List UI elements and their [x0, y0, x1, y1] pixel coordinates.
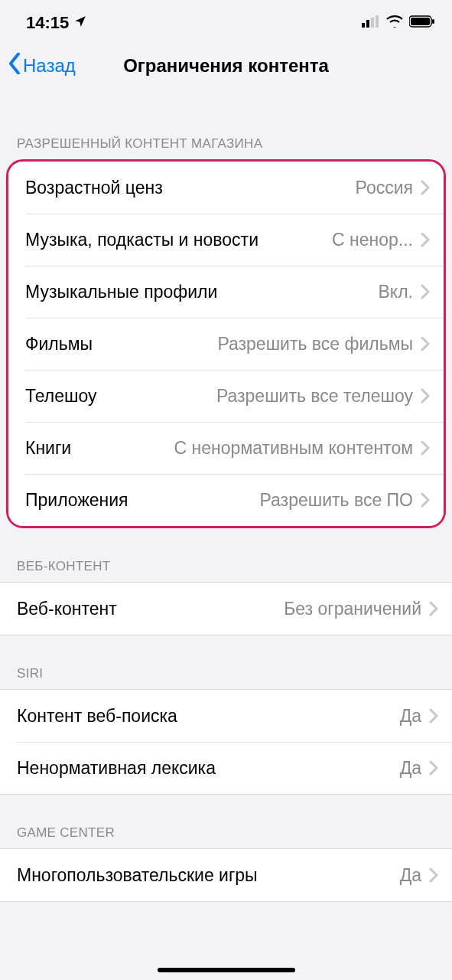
chevron-right-icon: [421, 284, 430, 299]
row-value: Россия: [172, 178, 413, 198]
row-value: Разрешить все фильмы: [102, 334, 413, 354]
row-label: Контент веб-поиска: [17, 706, 177, 727]
row-value: Да: [187, 706, 421, 727]
row-tv-shows[interactable]: Телешоу Разрешить все телешоу: [8, 370, 444, 422]
back-button[interactable]: Назад: [8, 53, 76, 79]
svg-rect-2: [371, 18, 374, 28]
chevron-right-icon: [421, 336, 430, 351]
row-label: Музыкальные профили: [25, 282, 217, 302]
row-value: Да: [267, 865, 421, 886]
section-header-web: ВЕБ-КОНТЕНТ: [0, 528, 452, 582]
chevron-right-icon: [429, 601, 438, 616]
chevron-right-icon: [421, 388, 430, 403]
row-label: Веб-контент: [17, 599, 117, 619]
row-label: Телешоу: [25, 386, 96, 407]
status-time: 14:15: [26, 13, 69, 33]
row-value: С ненор...: [268, 230, 413, 250]
row-age-rating[interactable]: Возрастной ценз Россия: [8, 162, 444, 214]
row-value: С ненормативным контентом: [80, 438, 413, 459]
section-header-siri: SIRI: [0, 635, 452, 689]
row-label: Приложения: [25, 490, 128, 511]
home-indicator[interactable]: [158, 968, 295, 972]
section-header-gamecenter: GAME CENTER: [0, 795, 452, 848]
row-explicit-language[interactable]: Ненормативная лексика Да: [0, 742, 452, 794]
chevron-right-icon: [421, 232, 430, 247]
chevron-right-icon: [421, 492, 430, 508]
svg-rect-5: [411, 18, 430, 25]
highlight-store-content: Возрастной ценз Россия Музыка, подкасты …: [6, 159, 446, 528]
svg-rect-3: [376, 15, 379, 28]
row-value: Разрешить все телешоу: [106, 386, 413, 407]
chevron-left-icon: [8, 53, 21, 79]
list-store: Возрастной ценз Россия Музыка, подкасты …: [8, 162, 444, 526]
chevron-right-icon: [429, 867, 438, 883]
chevron-right-icon: [421, 440, 430, 456]
row-label: Возрастной ценз: [25, 178, 163, 198]
row-apps[interactable]: Приложения Разрешить все ПО: [8, 474, 444, 526]
back-label: Назад: [23, 55, 76, 77]
status-indicators: [362, 15, 435, 31]
row-label: Книги: [25, 438, 71, 459]
status-bar: 14:15: [0, 0, 452, 41]
row-music-profiles[interactable]: Музыкальные профили Вкл.: [8, 266, 444, 318]
list-gamecenter: Многопользовательские игры Да: [0, 848, 452, 902]
row-web-search-content[interactable]: Контент веб-поиска Да: [0, 690, 452, 742]
row-music-podcasts[interactable]: Музыка, подкасты и новости С ненор...: [8, 214, 444, 266]
row-label: Фильмы: [25, 334, 93, 354]
battery-icon: [409, 15, 435, 31]
row-web-content[interactable]: Веб-контент Без ограничений: [0, 583, 452, 635]
location-icon: [73, 13, 87, 33]
row-books[interactable]: Книги С ненормативным контентом: [8, 422, 444, 474]
list-siri: Контент веб-поиска Да Ненормативная лекс…: [0, 689, 452, 795]
cellular-icon: [362, 15, 380, 31]
status-time-area: 14:15: [26, 13, 87, 33]
row-movies[interactable]: Фильмы Разрешить все фильмы: [8, 318, 444, 370]
row-multiplayer-games[interactable]: Многопользовательские игры Да: [0, 849, 452, 901]
row-value: Без ограничений: [126, 599, 421, 619]
row-label: Ненормативная лексика: [17, 758, 216, 779]
section-header-store: РАЗРЕШЕННЫЙ КОНТЕНТ МАГАЗИНА: [0, 90, 452, 159]
row-label: Многопользовательские игры: [17, 865, 258, 886]
svg-rect-1: [366, 20, 369, 28]
list-web: Веб-контент Без ограничений: [0, 582, 452, 635]
row-value: Да: [225, 758, 421, 779]
row-value: Разрешить все ПО: [138, 490, 413, 511]
row-value: Вкл.: [226, 282, 413, 302]
row-label: Музыка, подкасты и новости: [25, 230, 259, 250]
chevron-right-icon: [429, 708, 438, 724]
svg-rect-6: [432, 19, 434, 24]
wifi-icon: [386, 15, 403, 31]
svg-rect-0: [362, 23, 365, 28]
chevron-right-icon: [429, 760, 438, 776]
nav-bar: Назад Ограничения контента: [0, 41, 452, 90]
chevron-right-icon: [421, 180, 430, 195]
